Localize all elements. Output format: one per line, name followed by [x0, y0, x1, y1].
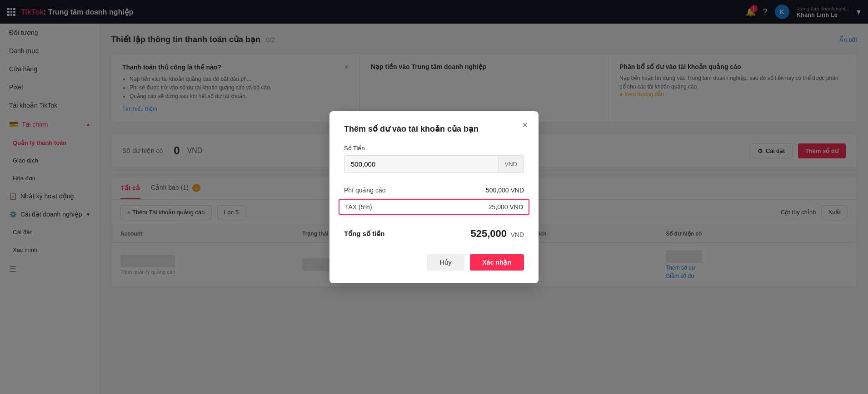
- modal-actions: Hủy Xác nhận: [344, 254, 524, 271]
- total-row: Tổng số tiền 525,000 VND: [344, 222, 524, 245]
- fee-label-advertising: Phí quảng cáo: [344, 187, 386, 194]
- total-value: 525,000: [470, 228, 507, 239]
- total-amount: 525,000 VND: [470, 228, 524, 240]
- modal-overlay[interactable]: Thêm số dư vào tài khoản của bạn × Số Ti…: [0, 0, 868, 394]
- amount-input[interactable]: [344, 156, 498, 172]
- fee-rows: Phí quảng cáo 500,000 VND TAX (5%) 25,00…: [344, 182, 524, 215]
- amount-currency-label: VND: [498, 156, 524, 172]
- total-label: Tổng số tiền: [344, 230, 385, 238]
- confirm-button[interactable]: Xác nhận: [470, 254, 524, 271]
- fee-row-tax: TAX (5%) 25,000 VND: [339, 199, 529, 215]
- total-currency: VND: [510, 231, 524, 238]
- fee-label-tax: TAX (5%): [345, 203, 372, 211]
- cancel-button[interactable]: Hủy: [427, 254, 464, 271]
- amount-label: Số Tiền: [344, 145, 524, 152]
- modal-title: Thêm số dư vào tài khoản của bạn: [344, 124, 524, 134]
- fee-value-advertising: 500,000 VND: [486, 187, 524, 194]
- fee-value-tax: 25,000 VND: [489, 203, 523, 211]
- amount-input-group: VND: [344, 155, 524, 173]
- modal-close-button[interactable]: ×: [522, 120, 528, 129]
- modal-add-balance: Thêm số dư vào tài khoản của bạn × Số Ti…: [329, 111, 539, 283]
- fee-row-advertising: Phí quảng cáo 500,000 VND: [344, 182, 524, 199]
